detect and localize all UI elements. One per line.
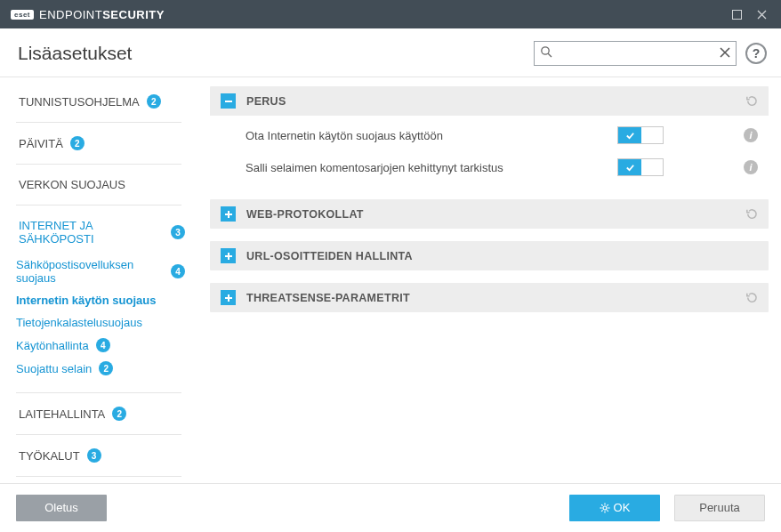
section-header-basic[interactable]: PERUS <box>210 86 769 116</box>
setting-label: Salli selaimen komentosarjojen kehittyny… <box>246 161 617 174</box>
toggle-on-indicator <box>618 159 641 175</box>
badge: 2 <box>112 407 126 421</box>
brand-name-thin: ENDPOINT <box>39 8 102 21</box>
badge: 2 <box>99 361 113 375</box>
section-header-threatsense[interactable]: THREATSENSE-PARAMETRIT <box>210 283 769 312</box>
badge: 2 <box>147 94 161 109</box>
badge: 4 <box>96 338 110 352</box>
sidebar-sub-web-control[interactable]: Käytönhallinta 4 <box>0 334 197 357</box>
badge: 2 <box>70 136 85 150</box>
expand-icon <box>221 248 236 263</box>
clear-icon[interactable] <box>720 46 730 60</box>
sidebar-item-detection-engine[interactable]: TUNNISTUSOHJELMA 2 <box>0 86 197 117</box>
content: PERUS Ota Internetin käytön suojaus käyt… <box>197 77 781 483</box>
section-title: URL-OSOITTEIDEN HALLINTA <box>246 250 758 262</box>
sidebar-sub-anti-phishing[interactable]: Tietojenkalastelusuojaus <box>0 311 197 334</box>
revert-icon[interactable] <box>745 94 758 108</box>
setting-label: Ota Internetin käytön suojaus käyttöön <box>246 129 617 142</box>
svg-rect-5 <box>225 214 232 215</box>
search-icon <box>540 45 552 61</box>
brand-badge: eset <box>11 10 34 20</box>
svg-line-2 <box>548 53 552 57</box>
sidebar-sub-label: Käytönhallinta <box>16 339 89 352</box>
sidebar-sub-secure-browser[interactable]: Suojattu selain 2 <box>0 357 197 380</box>
sidebar-item-label: PÄIVITÄ <box>19 137 63 150</box>
badge: 3 <box>171 225 185 239</box>
button-label: Peruuta <box>699 501 740 514</box>
titlebar: eset ENDPOINT SECURITY <box>0 0 781 28</box>
section-title: WEB-PROTOKOLLAT <box>246 208 745 221</box>
sidebar: TUNNISTUSOHJELMA 2 PÄIVITÄ 2 VERKON SUOJ… <box>0 77 197 483</box>
sidebar-item-label: INTERNET JA SÄHKÖPOSTI <box>19 219 164 246</box>
footer: Oletus OK Peruuta <box>0 483 781 531</box>
sidebar-item-label: TYÖKALUT <box>19 449 80 463</box>
button-label: Oletus <box>44 501 78 514</box>
toggle-on-indicator <box>618 127 641 143</box>
svg-line-16 <box>607 510 608 511</box>
sidebar-item-label: VERKON SUOJAUS <box>19 178 125 191</box>
svg-line-17 <box>607 504 608 505</box>
revert-icon[interactable] <box>745 291 758 304</box>
svg-rect-3 <box>225 101 232 102</box>
search-input[interactable] <box>535 42 736 65</box>
sidebar-sub-label: Suojattu selain <box>16 362 92 375</box>
badge: 3 <box>87 448 101 463</box>
sidebar-item-update[interactable]: PÄIVITÄ 2 <box>0 128 197 158</box>
sidebar-item-user-interface[interactable]: KÄYTTÖLIITTYMÄ 1 <box>0 482 197 483</box>
help-button[interactable]: ? <box>745 43 767 64</box>
header: Lisäasetukset ? <box>0 28 781 77</box>
svg-line-15 <box>601 504 602 505</box>
default-button[interactable]: Oletus <box>16 495 107 521</box>
sidebar-sub-web-access-protection[interactable]: Internetin käytön suojaus <box>0 289 197 311</box>
svg-line-18 <box>601 510 602 511</box>
sidebar-item-network-protection[interactable]: VERKON SUOJAUS <box>0 170 197 199</box>
svg-rect-7 <box>225 255 232 257</box>
sidebar-sub-label: Sähköpostisovelluksen suojaus <box>16 258 164 285</box>
toggle-browser-script-scan[interactable] <box>617 158 664 176</box>
revert-icon[interactable] <box>745 207 758 221</box>
gear-icon <box>600 503 610 513</box>
info-icon[interactable]: i <box>744 128 758 142</box>
sidebar-item-label: TUNNISTUSOHJELMA <box>19 95 140 109</box>
window-close-icon[interactable] <box>749 0 774 28</box>
setting-row: Ota Internetin käytön suojaus käyttöön i <box>210 119 769 151</box>
window-maximize-icon[interactable] <box>724 0 749 28</box>
collapse-icon <box>221 93 236 109</box>
ok-button[interactable]: OK <box>569 495 660 521</box>
search-box[interactable] <box>534 41 737 66</box>
section-header-url-management[interactable]: URL-OSOITTEIDEN HALLINTA <box>210 241 769 270</box>
section-title: PERUS <box>246 95 745 108</box>
help-icon: ? <box>753 46 761 60</box>
sidebar-item-label: LAITEHALLINTA <box>19 407 105 421</box>
expand-icon <box>221 290 236 305</box>
section-web-protocols: WEB-PROTOKOLLAT <box>210 199 769 229</box>
section-body-basic: Ota Internetin käytön suojaus käyttöön i… <box>210 116 769 187</box>
section-basic: PERUS Ota Internetin käytön suojaus käyt… <box>210 86 769 187</box>
badge: 4 <box>171 264 185 278</box>
brand-name-bold: SECURITY <box>102 8 165 21</box>
page-title: Lisäasetukset <box>18 43 534 64</box>
info-icon[interactable]: i <box>744 160 758 174</box>
toggle-enable-web-access-protection[interactable] <box>617 126 664 144</box>
svg-rect-9 <box>225 297 232 299</box>
setting-row: Salli selaimen komentosarjojen kehittyny… <box>210 151 769 183</box>
svg-point-10 <box>603 506 607 510</box>
button-label: OK <box>614 501 631 514</box>
section-header-web-protocols[interactable]: WEB-PROTOKOLLAT <box>210 199 769 229</box>
expand-icon <box>221 206 236 222</box>
sidebar-sub-label: Tietojenkalastelusuojaus <box>16 316 142 329</box>
section-url-management: URL-OSOITTEIDEN HALLINTA <box>210 241 769 270</box>
cancel-button[interactable]: Peruuta <box>674 495 765 521</box>
sidebar-sub-label: Internetin käytön suojaus <box>16 294 156 307</box>
sidebar-item-web-and-email[interactable]: INTERNET JA SÄHKÖPOSTI 3 <box>0 211 197 254</box>
svg-point-1 <box>542 47 549 54</box>
sidebar-item-device-control[interactable]: LAITEHALLINTA 2 <box>0 399 197 429</box>
sidebar-item-tools[interactable]: TYÖKALUT 3 <box>0 440 197 471</box>
sidebar-sub-email-client-protection[interactable]: Sähköpostisovelluksen suojaus 4 <box>0 254 197 289</box>
section-threatsense: THREATSENSE-PARAMETRIT <box>210 283 769 312</box>
svg-rect-0 <box>732 10 741 19</box>
section-title: THREATSENSE-PARAMETRIT <box>246 292 745 304</box>
